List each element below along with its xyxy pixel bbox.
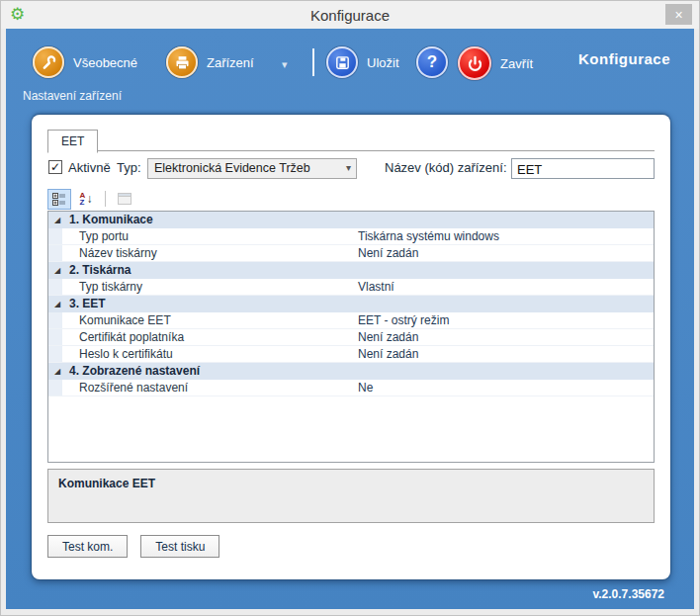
property-value[interactable]: Není zadán bbox=[358, 245, 418, 262]
grid-item-row[interactable]: Typ tiskárnyVlastní bbox=[48, 279, 654, 296]
type-label: Typ: bbox=[117, 160, 141, 175]
grid-category-row[interactable]: ◢2. Tiskárna bbox=[48, 262, 654, 279]
property-label: Komunikace EET bbox=[79, 313, 171, 327]
test-print-button[interactable]: Test tisku bbox=[140, 535, 219, 558]
collapse-triangle-icon[interactable]: ◢ bbox=[54, 212, 60, 228]
grid-item-row[interactable]: Název tiskárnyNení zadán bbox=[48, 245, 654, 262]
active-checkbox-label: Aktivně bbox=[68, 160, 111, 175]
property-label: Certifikát poplatníka bbox=[79, 330, 184, 344]
grid-item-row[interactable]: Certifikát poplatníkaNení zadán bbox=[48, 329, 654, 346]
title-bar: ⚙ Konfigurace × bbox=[1, 1, 699, 29]
property-label: Název tiskárny bbox=[79, 246, 157, 260]
property-label: Typ tiskárny bbox=[79, 280, 142, 294]
grid-item-row[interactable]: Typ portuTiskárna systému windows bbox=[48, 228, 654, 245]
grid-item-row[interactable]: Heslo k certifikátuNení zadán bbox=[48, 346, 654, 363]
category-label: 2. Tiskárna bbox=[69, 263, 131, 277]
toolbar-item-help[interactable]: ? bbox=[416, 46, 448, 78]
device-form-row: ✓ Aktivně Typ: Elektronická Evidence Trž… bbox=[47, 158, 655, 179]
property-label: Heslo k certifikátu bbox=[79, 347, 173, 361]
collapse-triangle-icon[interactable]: ◢ bbox=[54, 262, 60, 279]
collapse-triangle-icon[interactable]: ◢ bbox=[54, 363, 60, 380]
property-pages-icon bbox=[113, 189, 136, 210]
property-value[interactable]: Není zadán bbox=[358, 329, 418, 346]
type-select-value: Elektronická Evidence Tržeb bbox=[154, 161, 310, 175]
grid-category-row[interactable]: ◢3. EET bbox=[48, 296, 654, 312]
category-label: 3. EET bbox=[69, 297, 106, 310]
toolbar-label: Uložit bbox=[367, 55, 399, 70]
toolbar-item-zavrit[interactable]: Zavřít bbox=[458, 46, 533, 80]
grid-item-row[interactable]: Rozšířené nastaveníNe bbox=[48, 380, 654, 396]
header-app-title: Konfigurace bbox=[578, 50, 670, 67]
device-name-input[interactable] bbox=[511, 158, 655, 179]
sort-az-icon[interactable]: A Z ↓ bbox=[74, 189, 98, 210]
property-grid-toolbar: A Z ↓ bbox=[47, 188, 655, 210]
toolbar-subtitle: Nastavení zařízení bbox=[23, 89, 122, 103]
config-panel: EET ✓ Aktivně Typ: Elektronická Evidence… bbox=[32, 115, 670, 579]
categorized-view-icon[interactable] bbox=[47, 189, 71, 210]
category-label: 1. Komunikace bbox=[69, 213, 153, 226]
window-title: Konfigurace bbox=[1, 7, 699, 24]
tab-strip: EET bbox=[47, 129, 655, 151]
tab-eet[interactable]: EET bbox=[47, 130, 98, 153]
test-communication-button[interactable]: Test kom. bbox=[47, 535, 128, 558]
toolbar-item-zarizeni[interactable]: Zařízení bbox=[166, 46, 254, 78]
category-label: 4. Zobrazené nastavení bbox=[69, 364, 200, 378]
close-icon[interactable]: × bbox=[665, 4, 692, 25]
grid-category-row[interactable]: ◢1. Komunikace bbox=[48, 212, 654, 228]
help-icon: ? bbox=[416, 46, 448, 78]
chevron-down-icon[interactable]: ▾ bbox=[282, 58, 288, 71]
property-label: Rozšířené nastavení bbox=[79, 381, 188, 395]
toolbar-separator bbox=[105, 191, 106, 207]
grid-category-row[interactable]: ◢4. Zobrazené nastavení bbox=[48, 363, 654, 380]
footer-buttons: Test kom. Test tisku bbox=[47, 535, 655, 558]
toolbar-label: Zařízení bbox=[207, 55, 254, 70]
version-label: v.2.0.7.35672 bbox=[592, 587, 664, 601]
toolbar-label: Zavřít bbox=[500, 56, 533, 71]
combo-arrow-icon: ▾ bbox=[346, 162, 351, 173]
power-icon bbox=[458, 46, 491, 80]
property-description-box: Komunikace EET bbox=[47, 469, 655, 523]
main-toolbar: Všeobecné Zařízení ▾ bbox=[18, 46, 676, 88]
property-grid-rows: ◢1. KomunikaceTyp portuTiskárna systému … bbox=[47, 211, 655, 463]
property-description: Komunikace EET bbox=[58, 477, 155, 490]
wrench-icon bbox=[33, 46, 64, 78]
collapse-triangle-icon[interactable]: ◢ bbox=[54, 296, 60, 312]
property-value[interactable]: Vlastní bbox=[358, 279, 394, 296]
save-icon bbox=[326, 46, 358, 78]
printer-icon bbox=[166, 46, 198, 78]
property-value[interactable]: Ne bbox=[358, 380, 373, 396]
toolbar-item-ulozit[interactable]: Uložit bbox=[326, 46, 399, 78]
property-value[interactable]: EET - ostrý režim bbox=[358, 312, 449, 329]
toolbar-item-vseobecne[interactable]: Všeobecné bbox=[33, 46, 137, 78]
active-checkbox[interactable]: ✓ bbox=[48, 160, 62, 174]
toolbar-divider bbox=[312, 48, 314, 76]
property-label: Typ portu bbox=[79, 229, 129, 243]
device-name-label: Název (kód) zařízení: bbox=[385, 160, 507, 175]
app-window: ⚙ Konfigurace × Všeobecné bbox=[0, 0, 700, 616]
property-value[interactable]: Není zadán bbox=[358, 346, 418, 363]
window-body: Všeobecné Zařízení ▾ bbox=[6, 29, 694, 609]
type-select[interactable]: Elektronická Evidence Tržeb ▾ bbox=[147, 158, 357, 179]
property-value[interactable]: Tiskárna systému windows bbox=[358, 228, 499, 245]
toolbar-label: Všeobecné bbox=[73, 55, 137, 70]
grid-item-row[interactable]: Komunikace EETEET - ostrý režim bbox=[48, 312, 654, 329]
